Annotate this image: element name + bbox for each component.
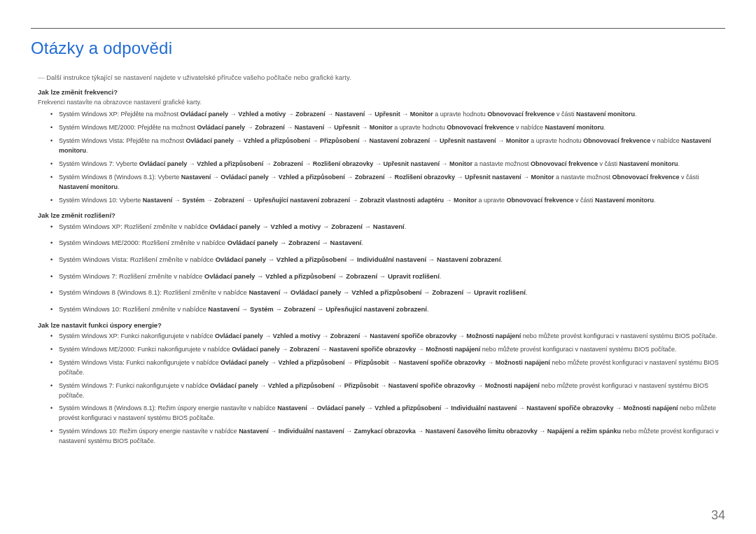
frequency-list: Systém Windows XP: Přejděte na možnost O… (31, 110, 725, 206)
path-segment: Zobrazení (432, 288, 463, 296)
arrow-icon: → (278, 239, 288, 246)
path-segment: Ovládací panely (197, 124, 246, 131)
arrow-icon: → (310, 137, 320, 144)
path-segment: Vzhled a přizpůsobení (276, 255, 346, 263)
path-segment: Ovládací panely (216, 255, 266, 263)
path-segment: Rozlišení obrazovky (313, 160, 374, 167)
path-segment: Nastavení spořiče obrazovky (388, 382, 475, 389)
path-segment: Zobrazení (290, 346, 320, 353)
arrow-icon: → (255, 272, 265, 280)
list-item: Systém Windows 7: Funkci nakonfigurujete… (53, 381, 725, 401)
path-segment: Ovládací panely (290, 288, 341, 296)
arrow-icon: → (365, 111, 374, 118)
arrow-icon: → (303, 160, 313, 167)
path-segment: Možnosti napájení (485, 382, 540, 389)
path-segment: Zobrazení (214, 197, 244, 204)
list-item: Systém Windows ME/2000: Funkci nakonfigu… (53, 345, 725, 355)
arrow-icon: → (430, 137, 440, 144)
arrow-icon: → (239, 305, 250, 313)
path-segment: Ovládací panely (204, 272, 255, 280)
setting-name: Obnovovací frekvence (612, 174, 680, 181)
path-segment: Individuální nastavení (357, 255, 426, 263)
path-segment: Monitor (454, 197, 477, 204)
path-segment: Přizpůsobení (320, 137, 360, 144)
path-segment: Individuální nastavení (279, 428, 344, 435)
path-segment: Nastavení (295, 124, 325, 131)
frequency-subnote: Frekvenci nastavíte na obrazovce nastave… (31, 99, 725, 106)
arrow-icon: → (344, 428, 354, 435)
path-segment: Vzhled a přizpůsobení (374, 405, 441, 412)
arrow-icon: → (613, 405, 623, 412)
arrow-icon: → (321, 332, 330, 339)
path-segment: Nastavení (277, 405, 307, 412)
path-segment: Přizpůsobit (355, 359, 389, 366)
path-segment: Ovládací panely (210, 382, 258, 389)
arrow-icon: → (538, 428, 547, 435)
path-segment: Nastavení (181, 174, 211, 181)
path-segment: Ovládací panely (186, 137, 234, 144)
arrow-icon: → (315, 305, 326, 313)
path-segment: Upřesnit nastavení (465, 174, 522, 181)
location-name: Nastavení monitoru (595, 197, 654, 204)
path-segment: Zobrazení (346, 272, 377, 280)
arrow-icon: → (444, 197, 454, 204)
path-segment: Možnosti napájení (466, 332, 521, 339)
path-segment: Monitor (531, 174, 554, 181)
arrow-icon: → (335, 382, 344, 389)
arrow-icon: → (475, 382, 485, 389)
list-item: Systém Windows 10: Rozlišení změníte v n… (53, 304, 725, 315)
setting-name: Obnovovací frekvence (506, 197, 573, 204)
path-segment: Vzhled a přizpůsobení (279, 359, 345, 366)
resolution-list: Systém Windows XP: Rozlišení změníte v n… (31, 222, 725, 315)
arrow-icon: → (363, 223, 373, 230)
arrow-icon: → (266, 255, 276, 263)
arrow-icon: → (280, 346, 290, 353)
arrow-icon: → (234, 137, 244, 144)
list-item: Systém Windows Vista: Funkci nakonfiguru… (53, 358, 725, 378)
path-segment: Zobrazení (284, 305, 316, 313)
path-segment: Ovládací panely (227, 239, 278, 246)
path-segment: Možnosti napájení (426, 346, 480, 353)
arrow-icon: → (426, 255, 437, 263)
path-segment: Upřesnit (374, 111, 400, 118)
path-segment: Ovládací panely (139, 160, 188, 167)
arrow-icon: → (456, 332, 466, 339)
arrow-icon: → (496, 137, 506, 144)
path-segment: Ovládací panely (220, 359, 269, 366)
path-segment: Nastavení (239, 428, 269, 435)
location-name: Nastavení monitoru (620, 160, 678, 167)
path-segment: Nastavení časového limitu obrazovky (426, 428, 538, 435)
path-segment: Přizpůsobit (344, 382, 379, 389)
arrow-icon: → (345, 359, 355, 366)
path-segment: Nastavení (208, 305, 239, 313)
arrow-icon: → (384, 174, 394, 181)
arrow-icon: → (260, 223, 271, 230)
path-segment: Zobrazení (288, 239, 320, 246)
list-item: Systém Windows 8 (Windows 8.1): Režim ús… (53, 404, 725, 423)
arrow-icon: → (258, 382, 268, 389)
top-rule (31, 28, 725, 29)
arrow-icon: → (274, 305, 284, 313)
path-segment: Ovládací panely (232, 346, 280, 353)
arrow-icon: → (350, 197, 360, 204)
arrow-icon: → (486, 359, 496, 366)
arrow-icon: → (263, 160, 273, 167)
path-segment: Vzhled a přizpůsobení (279, 174, 345, 181)
arrow-icon: → (269, 359, 279, 366)
location-name: Nastavení monitoru (545, 124, 603, 131)
arrow-icon: → (373, 160, 383, 167)
arrow-icon: → (440, 160, 449, 167)
intro-note: Další instrukce týkající se nastavení na… (31, 73, 725, 81)
question-resolution: Jak lze změnit rozlišení? (31, 211, 725, 219)
path-segment: Vzhled a přizpůsobení (351, 288, 421, 296)
path-segment: Upřesnit nastavení (383, 160, 440, 167)
arrow-icon: → (286, 111, 295, 118)
path-segment: Zamykací obrazovka (354, 428, 416, 435)
arrow-icon: → (360, 137, 370, 144)
path-segment: Nastavení zobrazení (437, 255, 500, 263)
arrow-icon: → (345, 174, 355, 181)
page-number: 34 (711, 508, 725, 523)
path-segment: Ovládací panely (317, 405, 365, 412)
path-segment: Napájení a režim spánku (547, 428, 621, 435)
arrow-icon: → (211, 174, 220, 181)
